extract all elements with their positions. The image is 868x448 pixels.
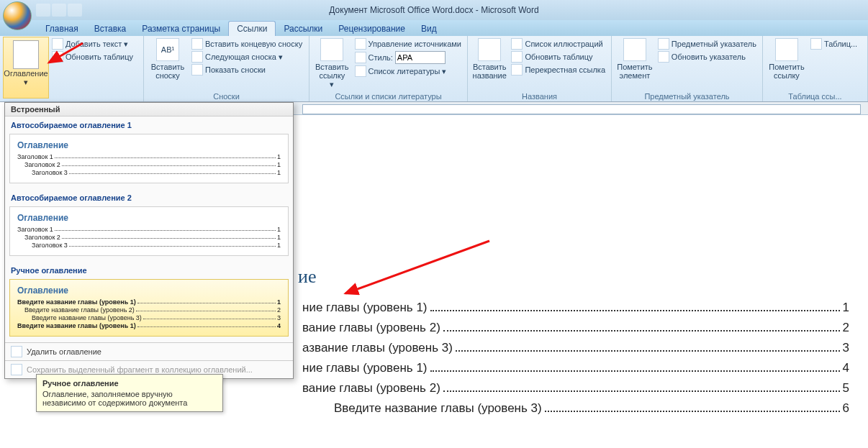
add-text-icon [52, 38, 63, 50]
mark-entry-button[interactable]: Пометить элемент [615, 37, 655, 81]
caption-icon [478, 38, 501, 61]
figures-icon [511, 38, 523, 50]
table-figures-button[interactable]: Список иллюстраций [511, 38, 605, 50]
update-icon [511, 51, 523, 63]
tooltip-body: Оглавление, заполняемое вручную независи… [42, 390, 187, 407]
tab-page-layout[interactable]: Разметка страницы [134, 22, 228, 36]
doc-toc-line[interactable]: азвание главы (уровень 3)3 [302, 341, 849, 355]
index-icon [658, 38, 669, 50]
cross-ref-button[interactable]: Перекрестная ссылка [511, 64, 605, 76]
group-toc: Оглавление ▾ Добавить текст ▾ Обновить т… [0, 36, 144, 101]
save-icon [11, 364, 22, 375]
toc-preview-line: Введите название главы (уровень 1)1 [17, 298, 281, 306]
biblio-icon [355, 65, 366, 77]
doc-toc-line[interactable]: Введите название главы (уровень 3)6 [302, 401, 849, 416]
group-label: Таблица ссы... [766, 91, 864, 101]
group-label: Сноски [147, 91, 306, 101]
tooltip: Ручное оглавление Оглавление, заполняемо… [36, 374, 223, 412]
toc-preview-line: Заголовок 31 [17, 169, 281, 176]
manual-preview[interactable]: Оглавление Введите название главы (урове… [9, 279, 289, 337]
doc-toc-line[interactable]: ние главы (уровень 1)1 [302, 301, 849, 315]
sources-icon [355, 38, 366, 50]
manual-title: Ручное оглавление [5, 262, 293, 278]
tooltip-title: Ручное оглавление [42, 379, 217, 388]
update-index-button[interactable]: Обновить указатель [658, 51, 756, 63]
group-label: Предметный указатель [615, 91, 759, 101]
toc-button[interactable]: Оглавление ▾ [3, 37, 49, 99]
toc-gallery-dropdown: Встроенный Автособираемое оглавление 1 О… [4, 102, 294, 379]
window-title: Документ Microsoft Office Word.docx - Mi… [329, 5, 538, 15]
show-notes-icon [191, 64, 203, 76]
citation-icon [320, 38, 343, 61]
toc-preview-line: Введите название главы (уровень 1)4 [17, 322, 281, 329]
auto1-title: Автособираемое оглавление 1 [5, 116, 293, 132]
preview-heading: Оглавление [17, 140, 281, 150]
qat-save-icon[interactable] [36, 4, 50, 17]
style-input[interactable] [395, 51, 446, 64]
group-citations: Вставить ссылку▾ Управление источниками … [309, 36, 468, 101]
mark-cit-icon [775, 38, 798, 61]
add-text-button[interactable]: Добавить текст ▾ [52, 38, 133, 50]
insert-caption-button[interactable]: Вставить название [471, 37, 508, 81]
mark-citation-button[interactable]: Пометить ссылку [766, 37, 808, 81]
toc-preview-line: Заголовок 11 [17, 226, 281, 233]
table-authorities-button[interactable]: Таблиц... [810, 38, 857, 50]
next-footnote-button[interactable]: Следующая сноска ▾ [191, 51, 302, 63]
ruler[interactable] [288, 102, 868, 115]
style-picker[interactable]: Стиль: [355, 51, 461, 64]
auto2-preview[interactable]: Оглавление Заголовок 11Заголовок 21Загол… [9, 206, 289, 256]
update-icon [52, 51, 63, 63]
preview-heading: Оглавление [17, 285, 281, 296]
mark-icon [623, 38, 646, 61]
group-authorities: Пометить ссылку Таблиц... Таблица ссы... [763, 36, 868, 101]
document-area[interactable]: ие ние главы (уровень 1)1вание главы (ур… [294, 115, 868, 448]
doc-toc-line[interactable]: вание главы (уровень 2)2 [302, 321, 849, 335]
toc-preview-line: Заголовок 31 [17, 242, 281, 249]
update-toc-button[interactable]: Обновить таблицу [52, 51, 133, 63]
insert-citation-button[interactable]: Вставить ссылку▾ [312, 37, 352, 91]
remove-icon [11, 346, 22, 357]
bibliography-button[interactable]: Список литературы ▾ [355, 65, 461, 77]
group-label: Названия [471, 91, 608, 101]
update-captions-button[interactable]: Обновить таблицу [511, 51, 605, 63]
tab-mailings[interactable]: Рассылки [276, 22, 330, 36]
preview-heading: Оглавление [17, 213, 281, 223]
tab-view[interactable]: Вид [413, 22, 445, 36]
auto1-preview[interactable]: Оглавление Заголовок 11Заголовок 21Загол… [9, 134, 289, 183]
group-index: Пометить элемент Предметный указатель Об… [612, 36, 763, 101]
auth-icon [810, 38, 822, 50]
doc-toc-line[interactable]: вание главы (уровень 2)5 [302, 381, 849, 396]
quick-access-toolbar [36, 4, 82, 17]
toc-preview-line: Введите название главы (уровень 3)3 [17, 314, 281, 321]
toc-label: Оглавление [4, 69, 48, 78]
update-icon [658, 51, 669, 63]
show-notes-button[interactable]: Показать сноски [191, 64, 302, 76]
doc-toc-title: ие [298, 266, 849, 288]
style-icon [355, 52, 366, 63]
title-bar: Документ Microsoft Office Word.docx - Mi… [0, 0, 868, 20]
insert-index-button[interactable]: Предметный указатель [658, 38, 756, 50]
ribbon: Оглавление ▾ Добавить текст ▾ Обновить т… [0, 36, 868, 102]
endnote-icon [191, 38, 203, 50]
tab-home[interactable]: Главная [37, 22, 86, 36]
doc-toc-line[interactable]: ние главы (уровень 1)4 [302, 361, 849, 375]
group-captions: Вставить название Список иллюстраций Обн… [468, 36, 612, 101]
toc-preview-line: Заголовок 21 [17, 234, 281, 241]
qat-undo-icon[interactable] [52, 4, 66, 17]
chevron-down-icon: ▾ [24, 78, 28, 87]
insert-endnote-button[interactable]: Вставить концевую сноску [191, 38, 302, 50]
footnote-icon: AB¹ [156, 38, 179, 61]
toc-preview-line: Заголовок 11 [17, 153, 281, 160]
tab-review[interactable]: Рецензирование [330, 22, 413, 36]
insert-footnote-button[interactable]: AB¹ Вставить сноску [147, 37, 189, 81]
dd-builtin-header: Встроенный [5, 103, 293, 116]
office-button[interactable] [3, 1, 32, 30]
manage-sources-button[interactable]: Управление источниками [355, 38, 461, 50]
tab-references[interactable]: Ссылки [228, 21, 276, 36]
toc-preview-line: Введите название главы (уровень 2)2 [17, 306, 281, 314]
group-footnotes: AB¹ Вставить сноску Вставить концевую сн… [144, 36, 309, 101]
qat-redo-icon[interactable] [68, 4, 82, 17]
tab-insert[interactable]: Вставка [86, 22, 135, 36]
crossref-icon [511, 64, 523, 76]
remove-toc-button[interactable]: Удалить оглавление [5, 342, 293, 360]
